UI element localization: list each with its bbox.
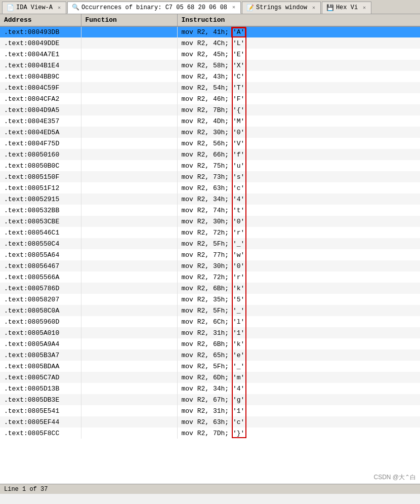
cell-address: .text:08056467: [0, 260, 81, 272]
table-row[interactable]: .text:0805150Fmov R2, 73h; 's': [0, 171, 420, 182]
tab-ida-view[interactable]: 📄 IDA View-A ✕: [2, 2, 66, 14]
table-row[interactable]: .text:0804A7E1mov R2, 45h; 'E': [0, 49, 420, 60]
table-row[interactable]: .text:0805BDAAmov R2, 5Fh; '_': [0, 361, 420, 372]
tab-hex-view[interactable]: 💾 Hex Vi ✕: [322, 2, 371, 14]
table-row[interactable]: .text:0805D13Bmov R2, 34h; '4': [0, 383, 420, 394]
cell-address: .text:08050B0C: [0, 160, 81, 171]
cell-address: .text:0805150F: [0, 171, 81, 182]
tab-icon: 📄: [7, 4, 14, 12]
table-row[interactable]: .text:0805EF44mov R2, 63h; 'c': [0, 416, 420, 428]
tab-occurrences[interactable]: 🔍 Occurrences of binary: C7 05 68 20 06 …: [67, 2, 241, 14]
table-row[interactable]: .text:0805786Dmov R2, 6Bh; 'k': [0, 283, 420, 294]
cell-function: [81, 361, 177, 372]
cell-instruction: mov R2, 66h; 'f': [177, 149, 420, 160]
table-row[interactable]: .text:0805A010mov R2, 31h; '1': [0, 327, 420, 338]
char-value: '0': [233, 218, 244, 225]
table-row[interactable]: .text:08049DDEmov R2, 4Ch; 'L': [0, 37, 420, 49]
cell-function: [81, 104, 177, 115]
table-row[interactable]: .text:080550C4mov R2, 5Fh; '_': [0, 238, 420, 249]
table-row[interactable]: .text:0804BB9Cmov R2, 43h; 'C': [0, 71, 420, 82]
close-icon[interactable]: ✕: [362, 5, 367, 11]
table-row[interactable]: .text:08052915mov R2, 34h; '4': [0, 193, 420, 205]
table-row[interactable]: .text:0804C59Fmov R2, 54h; 'T': [0, 82, 420, 93]
table-row[interactable]: .text:08058C0Amov R2, 5Fh; '_': [0, 305, 420, 316]
cell-address: .text:08055A64: [0, 249, 81, 260]
cell-instruction: mov R2, 54h; 'T': [177, 82, 420, 93]
cell-address: .text:080546C1: [0, 227, 81, 238]
cell-address: .text:08053CBE: [0, 216, 81, 227]
cell-address: .text:0804F75D: [0, 138, 81, 149]
table-row[interactable]: .text:0805B3A7mov R2, 65h; 'e': [0, 350, 420, 361]
table-row[interactable]: .text:08055A64mov R2, 77h; 'w': [0, 249, 420, 260]
table-row[interactable]: .text:0805A9A4mov R2, 6Bh; 'k': [0, 338, 420, 350]
cell-function: [81, 260, 177, 272]
table-row[interactable]: .text:08050160mov R2, 66h; 'f': [0, 149, 420, 160]
cell-function: [81, 216, 177, 227]
char-value: 'T': [233, 84, 244, 92]
cell-address: .text:0804E357: [0, 115, 81, 127]
table-row[interactable]: .text:0805DB3Emov R2, 67h; 'g': [0, 394, 420, 405]
close-icon[interactable]: ✕: [57, 5, 62, 11]
table-row[interactable]: .text:080532BBmov R2, 74h; 't': [0, 205, 420, 216]
char-value: '0': [233, 262, 244, 270]
table-row[interactable]: .text:08050B0Cmov R2, 75h; 'u': [0, 160, 420, 171]
table-row[interactable]: .text:0804E357mov R2, 4Dh; 'M': [0, 115, 420, 127]
cell-instruction: mov R2, 5Fh; '_': [177, 238, 420, 249]
occurrences-table: Address Function Instruction .text:08049…: [0, 14, 420, 439]
table-row[interactable]: .text:0804D9A5mov R2, 7Bh; '{': [0, 104, 420, 115]
table-row[interactable]: .text:0805960Dmov R2, 6Ch; 'l': [0, 316, 420, 327]
table-row[interactable]: .text:0805F8CCmov R2, 7Dh; '}': [0, 428, 420, 439]
table-row[interactable]: .text:0804ED5Amov R2, 30h; '0': [0, 127, 420, 138]
table-row[interactable]: .text:0804CFA2mov R2, 46h; 'F': [0, 93, 420, 104]
cell-address: .text:0805C7AD: [0, 372, 81, 383]
cell-function: [81, 272, 177, 283]
table-row[interactable]: .text:0805566Amov R2, 72h; 'r': [0, 272, 420, 283]
close-icon[interactable]: ✕: [231, 5, 236, 10]
table-row[interactable]: .text:0804B1E4mov R2, 58h; 'X': [0, 60, 420, 71]
cell-address: .text:080550C4: [0, 238, 81, 249]
table-row[interactable]: .text:08056467mov R2, 30h; '0': [0, 260, 420, 272]
table-row[interactable]: .text:0805E541mov R2, 31h; '1': [0, 405, 420, 416]
cell-function: [81, 372, 177, 383]
char-value: '1': [233, 329, 244, 337]
table-row[interactable]: .text:0805C7ADmov R2, 6Dh; 'm': [0, 372, 420, 383]
cell-function: [81, 49, 177, 60]
char-value: 'g': [233, 396, 244, 404]
cell-instruction: mov R2, 30h; '0': [177, 127, 420, 138]
cell-function: [81, 227, 177, 238]
table-container[interactable]: Address Function Instruction .text:08049…: [0, 14, 420, 494]
cell-instruction: mov R2, 65h; 'e': [177, 350, 420, 361]
cell-address: .text:0804ED5A: [0, 127, 81, 138]
cell-function: [81, 37, 177, 49]
cell-address: .text:0805DB3E: [0, 394, 81, 405]
char-value: 's': [233, 173, 244, 181]
table-row[interactable]: .text:08053CBEmov R2, 30h; '0': [0, 216, 420, 227]
cell-address: .text:080532BB: [0, 205, 81, 216]
cell-instruction: mov R2, 34h; '4': [177, 193, 420, 205]
char-value: 'l': [233, 318, 244, 326]
cell-instruction: mov R2, 45h; 'E': [177, 49, 420, 60]
close-icon[interactable]: ✕: [311, 5, 316, 11]
table-row[interactable]: .text:0804F75Dmov R2, 56h; 'V': [0, 138, 420, 149]
table-row[interactable]: .text:08051F12mov R2, 63h; 'c': [0, 182, 420, 193]
cell-instruction: mov R2, 63h; 'c': [177, 182, 420, 193]
char-value: '5': [233, 296, 244, 303]
cell-function: [81, 249, 177, 260]
cell-address: .text:0804D9A5: [0, 104, 81, 115]
char-value: 'L': [233, 40, 244, 47]
char-value: '_': [233, 307, 244, 315]
cell-function: [81, 283, 177, 294]
cell-function: [81, 60, 177, 71]
cell-instruction: mov R2, 67h; 'g': [177, 394, 420, 405]
cell-instruction: mov R2, 7Dh; '}': [177, 428, 420, 439]
cell-instruction: mov R2, 72h; 'r': [177, 227, 420, 238]
tab-strings[interactable]: 📝 Strings window ✕: [242, 2, 321, 14]
char-value: '1': [233, 407, 244, 415]
table-row[interactable]: .text:080546C1mov R2, 72h; 'r': [0, 227, 420, 238]
cell-instruction: mov R2, 4Dh; 'M': [177, 115, 420, 127]
cell-function: [81, 383, 177, 394]
table-row[interactable]: .text:08058207mov R2, 35h; '5': [0, 294, 420, 305]
char-value: '4': [233, 196, 244, 203]
cell-address: .text:0804CFA2: [0, 93, 81, 104]
table-row[interactable]: .text:080493DBmov R2, 41h; 'A': [0, 26, 420, 37]
